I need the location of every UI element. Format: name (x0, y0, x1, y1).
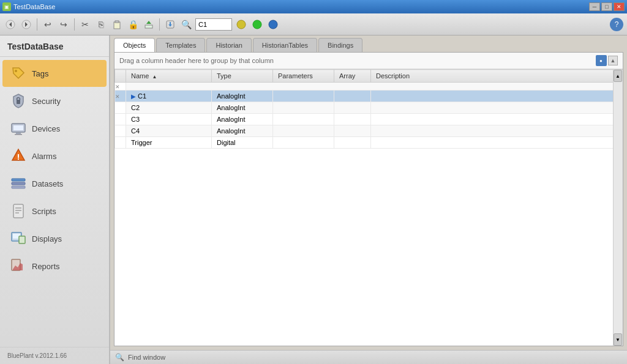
tab-historian[interactable]: Historian (206, 38, 251, 52)
cell-description (371, 114, 623, 125)
export-button[interactable] (163, 18, 177, 31)
cell-name: ▶C1 (126, 91, 212, 102)
tool-icon2[interactable] (250, 18, 264, 31)
table-row[interactable]: C3AnalogInt (115, 114, 623, 125)
lock-button[interactable]: 🔒 (126, 18, 140, 31)
svg-rect-25 (12, 186, 25, 188)
minimize-button[interactable]: ─ (589, 2, 600, 11)
row-indicator: ✕ (115, 91, 126, 102)
table-row-new[interactable]: ✕ (115, 83, 623, 91)
table-row[interactable]: TriggerDigital (115, 137, 623, 149)
toolbar-sep-3 (159, 18, 160, 31)
data-grid[interactable]: Name ▲ Type Parameters Array Description… (115, 69, 623, 346)
cell-name: C4 (126, 125, 212, 137)
col-array-header[interactable]: Array (334, 70, 371, 83)
cell-name: C2 (126, 102, 212, 114)
scripts-icon (10, 202, 27, 220)
cut-button[interactable]: ✂ (78, 18, 92, 31)
sidebar-app-name: TestDataBase (0, 35, 109, 57)
row-indicator (115, 114, 126, 125)
search-icon-btn[interactable]: 🔍 (179, 18, 193, 31)
svg-point-13 (269, 20, 277, 29)
col-type-header[interactable]: Type (212, 70, 273, 83)
cell-parameters (273, 125, 334, 137)
cell-parameters (273, 137, 334, 149)
forward-button[interactable] (20, 18, 33, 31)
col-desc-header[interactable]: Description (371, 70, 623, 83)
upload-button[interactable] (142, 18, 156, 31)
tool-icon3[interactable] (266, 18, 280, 31)
alarms-label: Alarms (32, 152, 56, 161)
paste-button[interactable] (110, 18, 124, 31)
svg-rect-23 (12, 179, 25, 181)
cell-array (334, 137, 371, 149)
svg-rect-5 (115, 21, 119, 23)
back-button[interactable] (4, 18, 17, 31)
window-controls: ─ □ ✕ (589, 2, 625, 11)
scroll-top-btn[interactable]: ▲ (608, 56, 618, 65)
cell-type: AnalogInt (212, 102, 273, 114)
sidebar-item-devices[interactable]: Devices (2, 115, 107, 142)
sidebar-item-security[interactable]: Security (2, 87, 107, 114)
sidebar: TestDataBase Tags (0, 35, 110, 364)
sidebar-item-scripts[interactable]: Scripts (2, 198, 107, 225)
main-toolbar: ↩ ↪ ✂ ⎘ 🔒 🔍 ? (0, 13, 627, 35)
cell-description (371, 91, 623, 102)
sidebar-item-reports[interactable]: Reports (2, 253, 107, 280)
col-name-header[interactable]: Name ▲ (126, 70, 212, 83)
svg-text:●: ● (599, 58, 603, 64)
toolbar-sep-2 (74, 18, 75, 31)
nav-items: Tags Security (0, 57, 109, 347)
main-panel: Objects Templates Historian HistorianTab… (110, 35, 627, 364)
tool-icon1[interactable] (235, 18, 248, 31)
vertical-scrollbar[interactable]: ▲ ▼ (613, 70, 623, 346)
close-button[interactable]: ✕ (614, 2, 625, 11)
sidebar-item-datasets[interactable]: Datasets (2, 170, 107, 197)
svg-rect-6 (145, 25, 152, 28)
toolbar-sep-1 (37, 18, 37, 31)
scripts-label: Scripts (32, 207, 56, 216)
cell-array (334, 91, 371, 102)
cell-type: AnalogInt (212, 125, 273, 137)
copy-button[interactable]: ⎘ (94, 18, 108, 31)
help-button[interactable]: ? (610, 18, 623, 31)
security-icon (10, 92, 27, 110)
scroll-up-btn[interactable]: ▲ (614, 70, 622, 82)
cell-array (334, 125, 371, 137)
row-indicator (115, 102, 126, 114)
sidebar-item-tags[interactable]: Tags (2, 60, 107, 87)
tab-bindings[interactable]: Bindings (318, 38, 362, 52)
col-params-header[interactable]: Parameters (273, 70, 334, 83)
svg-rect-4 (114, 22, 120, 29)
tab-objects[interactable]: Objects (114, 38, 155, 52)
table-row[interactable]: C4AnalogInt (115, 125, 623, 137)
datasets-label: Datasets (32, 179, 63, 188)
devices-label: Devices (32, 124, 60, 133)
security-label: Security (32, 97, 61, 106)
new-name-cell (126, 83, 623, 91)
table-row[interactable]: C2AnalogInt (115, 102, 623, 114)
cell-type: AnalogInt (212, 114, 273, 125)
svg-point-14 (15, 70, 17, 72)
undo-button[interactable]: ↩ (41, 18, 54, 31)
restore-button[interactable]: □ (601, 2, 612, 11)
cell-name: Trigger (126, 137, 212, 149)
tab-historiantables[interactable]: HistorianTables (253, 38, 317, 52)
svg-point-12 (253, 20, 261, 29)
new-row-indicator: ✕ (115, 83, 126, 91)
search-input[interactable] (195, 18, 232, 31)
reports-icon (10, 258, 27, 275)
tab-bar: Objects Templates Historian HistorianTab… (110, 35, 627, 52)
scroll-down-btn[interactable]: ▼ (614, 333, 622, 346)
svg-rect-26 (13, 204, 23, 218)
redo-button[interactable]: ↪ (57, 18, 70, 31)
tags-label: Tags (32, 69, 48, 78)
sidebar-footer: BluePlant v.2012.1.66 (0, 347, 109, 364)
sidebar-item-alarms[interactable]: Alarms (2, 143, 107, 169)
sidebar-item-displays[interactable]: Displays (2, 225, 107, 252)
table-row[interactable]: ✕▶C1AnalogInt (115, 91, 623, 102)
cell-array (334, 102, 371, 114)
cell-parameters (273, 91, 334, 102)
grid-corner-btn[interactable]: ● (596, 55, 607, 66)
tab-templates[interactable]: Templates (156, 38, 205, 52)
